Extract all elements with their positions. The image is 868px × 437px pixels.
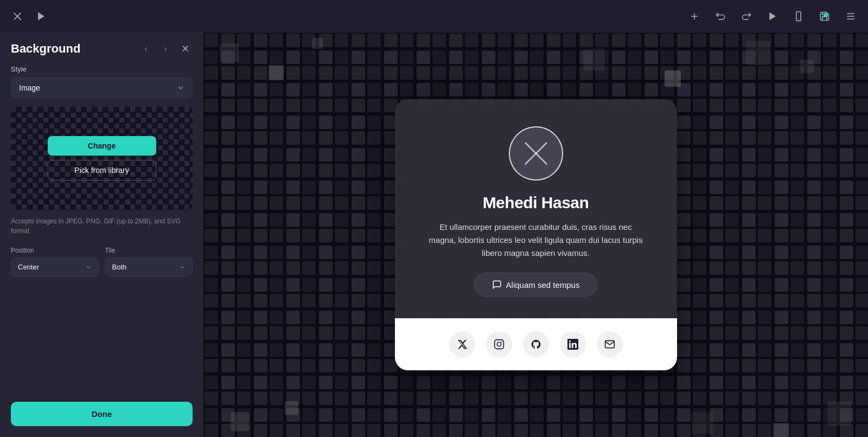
svg-rect-32 (827, 401, 852, 426)
twitter-x-button[interactable] (449, 331, 475, 357)
sidebar-title: Background (11, 42, 80, 56)
twitter-x-icon (457, 339, 468, 350)
tile-value: Both (112, 263, 127, 271)
style-select[interactable]: Image (11, 78, 193, 98)
play-icon[interactable] (33, 8, 50, 25)
next-button[interactable]: › (158, 41, 173, 56)
image-hint: Accepts images in JPEG, PNG, GIF (up to … (11, 216, 193, 236)
instagram-button[interactable] (486, 331, 512, 357)
svg-rect-29 (285, 401, 298, 415)
close-editor-icon[interactable] (9, 8, 26, 25)
svg-rect-21 (220, 43, 239, 62)
sidebar-content: Style Image (0, 61, 203, 395)
done-button[interactable]: Done (11, 402, 193, 426)
prev-button[interactable]: ‹ (138, 41, 154, 56)
tile-chevron-icon (179, 264, 186, 271)
profile-name: Mehedi Hasan (483, 194, 589, 212)
svg-rect-25 (665, 70, 681, 87)
linkedin-button[interactable] (560, 331, 586, 357)
sidebar-close-button[interactable]: ✕ (177, 41, 193, 56)
chat-icon (492, 280, 502, 290)
sidebar-nav: ‹ › ✕ (138, 41, 193, 56)
profile-card: Mehedi Hasan Et ullamcorper praesent cur… (395, 99, 677, 370)
svg-marker-5 (769, 12, 776, 20)
email-icon (604, 339, 615, 350)
position-select[interactable]: Center (11, 258, 99, 277)
sidebar-footer: Done (0, 395, 203, 437)
svg-point-36 (497, 342, 501, 346)
svg-rect-31 (773, 423, 789, 437)
mobile-icon[interactable] (790, 8, 807, 25)
change-button[interactable]: Change (48, 136, 156, 156)
position-group: Position Center (11, 247, 99, 277)
position-tile-row: Position Center Tile Both (11, 247, 193, 277)
menu-icon[interactable] (842, 8, 859, 25)
avatar-placeholder-icon (522, 140, 550, 167)
svg-rect-6 (796, 11, 801, 21)
preview-play-icon[interactable] (764, 8, 781, 25)
position-label: Position (11, 247, 99, 254)
svg-marker-2 (38, 12, 44, 20)
svg-rect-24 (583, 49, 605, 70)
svg-rect-23 (312, 38, 323, 49)
background-sidebar: Background ‹ › ✕ Style Image (0, 33, 203, 437)
profile-bio: Et ullamcorper praesent curabitur duis, … (427, 221, 644, 260)
svg-rect-22 (269, 65, 284, 80)
image-preview: Change Pick from library (11, 107, 193, 210)
email-button[interactable] (597, 331, 623, 357)
chat-button-label: Aliquam sed tempus (506, 280, 580, 290)
svg-point-7 (798, 18, 799, 20)
card-bottom (395, 318, 677, 370)
svg-rect-27 (800, 60, 814, 73)
card-top: Mehedi Hasan Et ullamcorper praesent cur… (395, 99, 677, 318)
canvas-area: Mehedi Hasan Et ullamcorper praesent cur… (203, 33, 868, 437)
style-label: Style (11, 65, 193, 73)
svg-rect-26 (746, 41, 770, 65)
github-icon (531, 339, 541, 350)
redo-icon[interactable] (738, 8, 755, 25)
style-select-value: Image (19, 83, 40, 92)
svg-rect-30 (692, 412, 713, 434)
notification-dot (824, 13, 828, 17)
github-button[interactable] (523, 331, 549, 357)
add-icon[interactable] (686, 8, 703, 25)
image-preview-overlay: Change Pick from library (11, 107, 193, 210)
chat-button[interactable]: Aliquam sed tempus (474, 273, 598, 297)
tile-select[interactable]: Both (105, 258, 193, 277)
linkedin-icon (567, 339, 578, 350)
main-layout: Background ‹ › ✕ Style Image (0, 33, 868, 437)
undo-icon[interactable] (712, 8, 729, 25)
instagram-icon (494, 339, 505, 350)
position-value: Center (18, 263, 39, 271)
save-wrapper (816, 8, 833, 25)
tile-label: Tile (105, 247, 193, 254)
toolbar-left (9, 8, 50, 25)
chevron-down-icon (177, 84, 184, 92)
avatar (509, 126, 563, 181)
pick-from-library-button[interactable]: Pick from library (48, 160, 156, 181)
svg-rect-35 (494, 340, 503, 349)
svg-point-37 (501, 342, 502, 343)
tile-group: Tile Both (105, 247, 193, 277)
position-chevron-icon (85, 264, 92, 271)
toolbar-right (686, 8, 859, 25)
sidebar-header: Background ‹ › ✕ (0, 33, 203, 61)
top-toolbar (0, 0, 868, 33)
svg-rect-28 (231, 412, 250, 431)
